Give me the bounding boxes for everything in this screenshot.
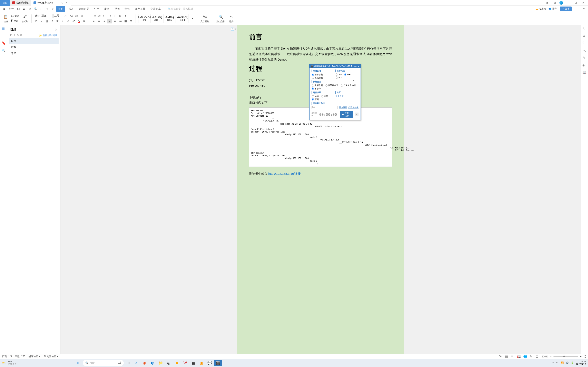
menu-icon[interactable]: ≡ bbox=[2, 7, 7, 11]
char-border-button[interactable]: ☒ bbox=[82, 19, 86, 24]
weather-widget[interactable]: ⛅ 29°C 局部多云 bbox=[2, 360, 17, 366]
save-path-input[interactable] bbox=[311, 106, 338, 109]
stop-button[interactable]: ■ bbox=[355, 113, 359, 116]
recorder-minimize-icon[interactable]: — bbox=[355, 65, 356, 67]
ribbon-tab-start[interactable]: 开始 bbox=[56, 6, 65, 12]
explorer-icon[interactable]: 📁 bbox=[157, 360, 164, 366]
app-icon-2[interactable]: ▦ bbox=[190, 360, 197, 366]
paste-group[interactable]: 📋 粘贴 bbox=[2, 14, 9, 23]
format-painter-group[interactable]: 🖌 格式刷 bbox=[21, 14, 29, 23]
fullscreen-icon[interactable]: ⛶ bbox=[584, 355, 586, 358]
tab-button[interactable]: ⊞ bbox=[118, 14, 122, 18]
select-tool-icon[interactable]: ↖ bbox=[582, 26, 587, 31]
more-icon[interactable]: ⋮ bbox=[574, 7, 579, 11]
select-group[interactable]: ↖ 选择 bbox=[228, 14, 235, 23]
share-button[interactable]: ↗ 分享 bbox=[560, 7, 572, 11]
text-layout-group[interactable]: A≡ 文字排版 bbox=[200, 14, 210, 23]
line-spacing-button[interactable]: ↕≡ bbox=[118, 19, 122, 24]
radio-hd[interactable]: 高清 bbox=[321, 95, 328, 98]
read-view-icon[interactable]: 📖 bbox=[517, 355, 521, 359]
size-select[interactable] bbox=[53, 14, 63, 18]
web-view-icon[interactable]: 🌐 bbox=[523, 355, 527, 359]
print-preview-icon[interactable]: 🔍 bbox=[33, 7, 38, 11]
radio-fullscreen[interactable]: 全屏录制 bbox=[311, 73, 323, 76]
annotate-icon[interactable]: ✎ bbox=[529, 355, 534, 359]
outline-item-summary[interactable]: 总结 bbox=[9, 50, 59, 56]
image-tool-icon[interactable]: 🖼 bbox=[582, 49, 587, 53]
cloud-status[interactable]: ☁ 未上云 bbox=[536, 7, 546, 11]
ribbon-tab-references[interactable]: 引用 bbox=[92, 6, 101, 12]
superscript-button[interactable]: X² bbox=[55, 19, 60, 24]
radio-mp4[interactable]: MP4 bbox=[344, 73, 351, 76]
style-body[interactable]: AaBbCcDd正文 bbox=[138, 14, 150, 23]
outline-item-preface[interactable]: 前言 bbox=[9, 38, 59, 44]
radio-avi[interactable]: AVI bbox=[336, 73, 342, 76]
shading-button[interactable]: ▦ bbox=[123, 19, 128, 24]
decrease-indent-button[interactable]: ⇤ bbox=[102, 14, 107, 18]
link-open-dir[interactable]: 打开文件夹 bbox=[348, 106, 359, 109]
radio-flv[interactable]: FLV bbox=[336, 76, 342, 79]
ribbon-tab-devtools[interactable]: 开发工具 bbox=[133, 6, 147, 12]
change-case-icon[interactable]: Aa bbox=[75, 14, 79, 18]
ime-indicator[interactable]: 中 bbox=[556, 361, 559, 365]
font-color-button[interactable]: A bbox=[77, 19, 81, 24]
tab-template[interactable]: 找稻壳模板 bbox=[10, 0, 31, 6]
shrink-font-icon[interactable]: A↓ bbox=[69, 14, 74, 18]
align-justify-button[interactable]: ≡ bbox=[107, 19, 112, 24]
wifi-icon[interactable]: 📶 bbox=[561, 361, 564, 364]
outline-collapse-all-icon[interactable]: ⊟ bbox=[10, 34, 12, 37]
collapse-ribbon-icon[interactable]: ⌃ bbox=[581, 7, 586, 11]
spellcheck-toggle[interactable]: 拼写检查 ▾ bbox=[29, 355, 40, 358]
radio-system-audio[interactable]: 仅系统声音 bbox=[325, 84, 338, 87]
copilot-icon[interactable]: ◎ bbox=[165, 360, 173, 366]
page-anchor-icon[interactable]: 📄 ▾ bbox=[231, 27, 236, 31]
style-more-button[interactable]: ▾ bbox=[190, 16, 195, 21]
save-as-icon[interactable]: 🖬 bbox=[22, 7, 26, 11]
start-button[interactable]: ⊞ bbox=[75, 360, 82, 366]
bookmark-icon[interactable]: 🔖 bbox=[2, 41, 6, 45]
tray-chevron-icon[interactable]: ⌃ bbox=[552, 361, 554, 364]
align-left-button[interactable]: ≡ bbox=[91, 19, 96, 24]
zoom-value[interactable]: 120% bbox=[542, 355, 548, 358]
borders-button[interactable]: ⊞ bbox=[129, 19, 133, 24]
style-gallery[interactable]: AaBbCcDd正文 AaBb(标题 1 AaBb(标题 2 AaBbC(标题 … bbox=[138, 14, 189, 23]
close-button[interactable]: ✕ bbox=[580, 0, 586, 6]
task-view-icon[interactable]: ⊞ bbox=[124, 360, 132, 366]
radio-no-audio[interactable]: 不录声 bbox=[311, 87, 321, 90]
url-link[interactable]: http://192.168.1.10/连接 bbox=[268, 172, 301, 175]
style-h3[interactable]: AaBbC(标题 3 bbox=[176, 14, 189, 23]
edge-icon[interactable]: ◐ bbox=[149, 360, 156, 366]
link-change-dir[interactable]: 更改目录 bbox=[339, 106, 347, 109]
style-h1[interactable]: AaBb(标题 1 bbox=[151, 14, 163, 23]
ribbon-tab-member[interactable]: 会员专享 bbox=[148, 6, 163, 12]
settings-tool-icon[interactable]: ⚙ bbox=[582, 34, 587, 38]
tab-document[interactable]: web服务.docx ▢ ✕ bbox=[31, 0, 71, 6]
ribbon-tab-view[interactable]: 视图 bbox=[112, 6, 122, 12]
strike-button[interactable]: A̶ bbox=[50, 19, 54, 24]
find-replace-group[interactable]: 🔍 查找替换 bbox=[215, 14, 226, 23]
new-tab-button[interactable]: + bbox=[71, 0, 77, 6]
smart-outline-button[interactable]: ✨智能识别目录 bbox=[39, 34, 57, 37]
tab-home[interactable]: 首页 bbox=[0, 0, 10, 6]
outline-item-process[interactable]: 过程 bbox=[9, 44, 59, 50]
italic-button[interactable]: I bbox=[39, 19, 44, 24]
file-menu[interactable]: 文件 bbox=[7, 7, 15, 11]
radio-all-audio[interactable]: 全部录制 bbox=[311, 84, 323, 87]
vscode-icon[interactable]: ⟐ bbox=[132, 360, 140, 366]
wps-icon[interactable]: W bbox=[181, 360, 189, 366]
subscript-button[interactable]: X₂ bbox=[61, 19, 65, 24]
outline-icon[interactable]: ▤ bbox=[2, 26, 6, 31]
recorder-taskbar-icon[interactable]: 🎬 bbox=[214, 360, 222, 366]
zoom-slider[interactable] bbox=[553, 356, 578, 357]
minimize-button[interactable]: — bbox=[565, 0, 571, 6]
page-view-icon[interactable]: ▤ bbox=[505, 355, 509, 359]
outline-remove-icon[interactable]: ⊖ bbox=[20, 34, 22, 37]
radio-region[interactable]: 区域录制 bbox=[311, 76, 323, 79]
tab-restore-icon[interactable]: ▢ bbox=[61, 1, 64, 4]
nav-icon[interactable]: ⊡ bbox=[2, 34, 6, 38]
taskbar-search[interactable]: 🔍 搜索 🏞 bbox=[83, 360, 124, 366]
pen-tool-icon[interactable]: ✎ bbox=[582, 56, 587, 60]
app-icon-1[interactable]: ◆ bbox=[173, 360, 181, 366]
sort-button[interactable]: ↕ bbox=[113, 14, 117, 18]
ribbon-tab-insert[interactable]: 插入 bbox=[66, 6, 76, 12]
